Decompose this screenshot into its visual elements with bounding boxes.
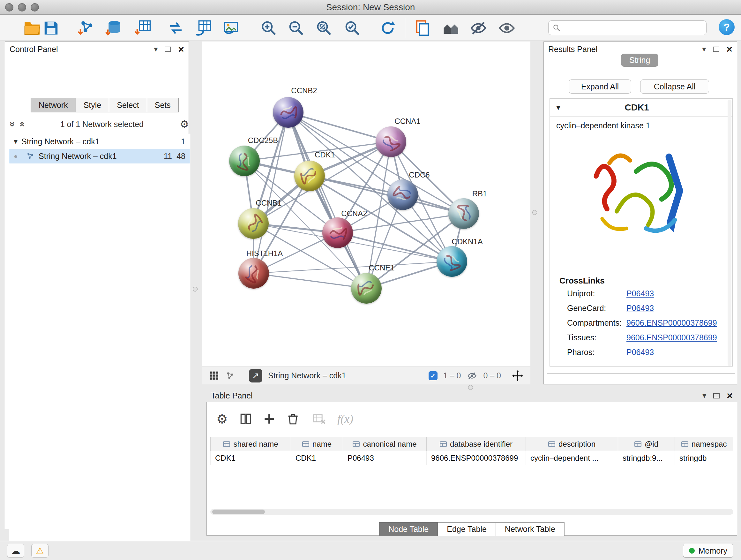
results-close-icon[interactable]: ×: [726, 44, 732, 54]
column-header[interactable]: @id: [618, 437, 675, 451]
network-edge-ccnb2-ccne1[interactable]: [288, 112, 366, 288]
pharos-link[interactable]: P06493: [626, 348, 654, 357]
annotations-button[interactable]: [413, 18, 432, 38]
column-header[interactable]: namespac: [675, 437, 733, 451]
cell-name[interactable]: CDK1: [291, 451, 343, 465]
import-table-button[interactable]: [133, 18, 152, 38]
entry-header[interactable]: ▾ CDK1: [550, 99, 732, 117]
collapse-all-networks-icon[interactable]: »: [16, 122, 27, 127]
refresh-view-button[interactable]: [378, 18, 397, 38]
uniprot-link[interactable]: P06493: [626, 289, 654, 298]
delete-column-button[interactable]: [284, 410, 302, 428]
network-view-canvas[interactable]: CCNB2CCNA1CDC25BCDK1CDC6RB1CCNB1CCNA2CDK…: [202, 42, 530, 367]
results-float-icon[interactable]: [713, 47, 719, 52]
zoom-in-button[interactable]: [259, 18, 278, 38]
cell-shared-name[interactable]: CDK1: [211, 451, 291, 465]
collapse-all-button[interactable]: Collapse All: [640, 79, 709, 94]
network-node-ccnb1[interactable]: [238, 208, 269, 239]
table-options-button[interactable]: ⚙: [213, 410, 231, 428]
column-header[interactable]: database identifier: [427, 437, 526, 451]
cell-namespace[interactable]: stringdb: [675, 451, 733, 465]
network-node-ccne1[interactable]: [351, 273, 382, 304]
clone-network-button[interactable]: [166, 18, 185, 38]
open-session-button[interactable]: [23, 18, 42, 38]
export-image-button[interactable]: [221, 18, 241, 38]
network-node-ccna2[interactable]: [322, 217, 353, 248]
column-header[interactable]: description: [526, 437, 618, 451]
maximize-window-button[interactable]: [30, 3, 39, 11]
import-database-button[interactable]: [104, 18, 123, 38]
tab-string[interactable]: String: [621, 54, 658, 67]
warnings-button[interactable]: ⚠: [31, 544, 49, 558]
cell-description[interactable]: cyclin–dependent ...: [526, 451, 618, 465]
entry-collapse-icon[interactable]: ▾: [556, 103, 560, 112]
table-row[interactable]: CDK1 CDK1 P06493 9606.ENSP00000378699 cy…: [211, 451, 733, 465]
network-row-selected[interactable]: ● String Network – cdk1 11 48: [9, 149, 190, 164]
grid-view-icon[interactable]: [209, 371, 219, 381]
cell-database-identifier[interactable]: 9606.ENSP00000378699: [427, 451, 526, 465]
table-menu-icon[interactable]: ▾: [702, 392, 706, 399]
network-from-table-button[interactable]: [194, 18, 213, 38]
network-node-cdc6[interactable]: [387, 179, 418, 210]
eye-icon: [498, 19, 515, 37]
pan-crosshair-icon[interactable]: [512, 370, 523, 381]
table-close-icon[interactable]: ×: [727, 390, 733, 401]
tissues-link[interactable]: 9606.ENSP00000378699: [626, 333, 717, 342]
share-view-icon[interactable]: [225, 371, 235, 381]
show-graphics-button[interactable]: [497, 18, 516, 38]
zoom-out-button[interactable]: [286, 18, 306, 38]
zoom-fit-button[interactable]: [314, 18, 333, 38]
tree-expander-icon[interactable]: ▾: [14, 137, 17, 146]
expand-all-button[interactable]: Expand All: [569, 79, 631, 94]
minimize-window-button[interactable]: [18, 3, 26, 11]
table-horizontal-scrollbar[interactable]: [210, 509, 733, 515]
table-float-icon[interactable]: [713, 393, 720, 398]
network-collection-row[interactable]: ▾ String Network – cdk1 1: [9, 134, 190, 149]
close-window-button[interactable]: [5, 3, 13, 11]
tab-style[interactable]: Style: [76, 98, 110, 112]
birdseye-button[interactable]: [441, 18, 461, 38]
zoom-selected-button[interactable]: [343, 18, 362, 38]
column-header[interactable]: canonical name: [343, 437, 427, 451]
network-node-cdk1[interactable]: [294, 161, 325, 191]
hidden-items-icon[interactable]: [467, 371, 477, 381]
network-node-cdc25b[interactable]: [229, 145, 260, 176]
network-options-gear-icon[interactable]: ⚙: [180, 118, 189, 130]
tab-network-table[interactable]: Network Table: [496, 522, 564, 536]
column-header[interactable]: shared name: [211, 437, 291, 451]
create-column-button[interactable]: [260, 410, 278, 428]
tab-sets[interactable]: Sets: [147, 98, 179, 112]
cell-canonical-name[interactable]: P06493: [343, 451, 427, 465]
tab-select[interactable]: Select: [109, 98, 147, 112]
left-splitter-handle[interactable]: [193, 287, 198, 292]
network-node-ccnb2[interactable]: [273, 97, 304, 128]
entry-scrollbar[interactable]: [728, 100, 731, 366]
selected-nodes-checkbox[interactable]: ✓: [428, 371, 437, 380]
scrollbar-thumb[interactable]: [212, 509, 265, 514]
genecard-link[interactable]: P06493: [626, 304, 654, 313]
close-panel-icon[interactable]: ×: [178, 44, 184, 54]
cell-id[interactable]: stringdb:9...: [618, 451, 675, 465]
float-panel-icon[interactable]: [165, 47, 171, 52]
show-columns-button[interactable]: [237, 410, 255, 428]
tab-network[interactable]: Network: [30, 98, 76, 112]
compartments-link[interactable]: 9606.ENSP00000378699: [626, 318, 717, 327]
network-node-rb1[interactable]: [448, 198, 479, 229]
memory-button[interactable]: Memory: [683, 544, 733, 558]
detach-view-button[interactable]: ↗: [249, 369, 262, 382]
network-node-hist1h1a[interactable]: [239, 258, 269, 289]
import-network-button[interactable]: [77, 18, 96, 38]
network-node-cdkn1a[interactable]: [436, 246, 467, 277]
cloud-status-button[interactable]: ☁: [7, 544, 24, 558]
search-input[interactable]: [564, 23, 702, 32]
right-splitter-handle[interactable]: [532, 210, 537, 215]
hide-graphics-button[interactable]: [469, 18, 488, 38]
help-button[interactable]: ?: [719, 19, 735, 35]
network-node-ccna1[interactable]: [376, 126, 406, 157]
tab-edge-table[interactable]: Edge Table: [438, 522, 496, 536]
tab-node-table[interactable]: Node Table: [379, 522, 438, 536]
results-menu-icon[interactable]: ▾: [702, 45, 706, 53]
column-header[interactable]: name: [291, 437, 343, 451]
save-session-button[interactable]: [42, 18, 61, 38]
panel-menu-icon[interactable]: ▾: [154, 45, 158, 53]
